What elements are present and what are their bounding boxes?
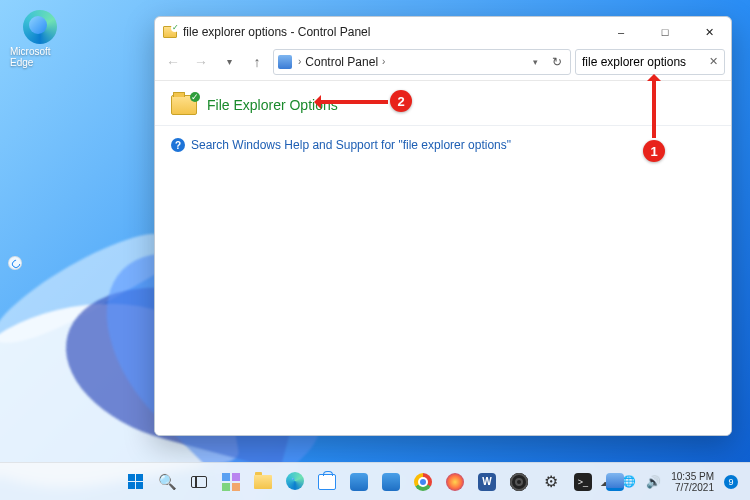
taskbar-app-photos[interactable] [377, 468, 405, 496]
task-view-icon [191, 476, 207, 488]
clear-search-icon[interactable]: ✕ [707, 53, 720, 70]
annotation-arrow-2 [316, 100, 388, 104]
edge-taskbar-button[interactable] [281, 468, 309, 496]
store-button[interactable] [313, 468, 341, 496]
nav-forward-button[interactable]: → [189, 50, 213, 74]
help-row: ? Search Windows Help and Support for "f… [171, 138, 715, 152]
maximize-button[interactable]: □ [643, 17, 687, 47]
search-button[interactable]: 🔍 [153, 468, 181, 496]
folder-icon [254, 475, 272, 489]
desktop-icon-edge[interactable]: Microsoft Edge [10, 10, 70, 68]
word-icon: W [478, 473, 496, 491]
control-panel-icon [163, 26, 177, 38]
chevron-right-icon[interactable]: › [380, 56, 387, 67]
file-explorer-button[interactable] [249, 468, 277, 496]
annotation-callout-2: 2 [390, 90, 412, 112]
clock-time: 10:35 PM [671, 471, 714, 482]
search-input[interactable] [580, 54, 707, 70]
nav-up-button[interactable]: ↑ [245, 50, 269, 74]
gear-icon: ⚙ [544, 472, 558, 491]
folder-options-icon [171, 95, 197, 115]
minimize-button[interactable]: – [599, 17, 643, 47]
photos-icon [382, 473, 400, 491]
taskbar-app-terminal[interactable]: >_ [569, 468, 597, 496]
widgets-icon [222, 473, 240, 491]
window-title: file explorer options - Control Panel [183, 25, 370, 39]
breadcrumb-root[interactable]: Control Panel [305, 55, 378, 69]
taskbar-clock[interactable]: 10:35 PM 7/7/2021 [671, 471, 714, 493]
taskbar-app-word[interactable]: W [473, 468, 501, 496]
windows-logo-icon [128, 474, 143, 489]
close-button[interactable]: ✕ [687, 17, 731, 47]
content-pane: File Explorer Options ? Search Windows H… [155, 81, 731, 435]
edge-icon [286, 472, 304, 490]
search-icon: 🔍 [158, 473, 177, 491]
edge-icon [23, 10, 57, 44]
annotation-arrow-1 [652, 76, 656, 138]
nav-back-button[interactable]: ← [161, 50, 185, 74]
desktop-icon-recycle-bin[interactable] [8, 256, 22, 270]
divider [155, 125, 731, 126]
widgets-button[interactable] [217, 468, 245, 496]
desktop-icon-label: Microsoft Edge [10, 46, 70, 68]
search-result-row: File Explorer Options [171, 95, 715, 115]
taskbar-app-browser[interactable] [441, 468, 469, 496]
chevron-right-icon[interactable]: › [296, 56, 303, 67]
refresh-button[interactable]: ↻ [548, 53, 566, 71]
taskbar-app-chrome[interactable] [409, 468, 437, 496]
notification-center-button[interactable]: 9 [724, 475, 738, 489]
chrome-icon [414, 473, 432, 491]
address-dropdown-icon[interactable]: ▾ [529, 55, 542, 69]
taskbar-app-obs[interactable] [505, 468, 533, 496]
nav-recent-dropdown[interactable]: ▾ [217, 50, 241, 74]
taskbar-center: 🔍 [121, 468, 629, 496]
notif-count: 9 [728, 477, 733, 487]
taskbar: 🔍 [0, 462, 750, 500]
mail-icon [350, 473, 368, 491]
taskbar-app-settings[interactable]: ⚙ [537, 468, 565, 496]
control-panel-window: file explorer options - Control Panel – … [154, 16, 732, 436]
firefox-icon [446, 473, 464, 491]
volume-icon[interactable]: 🔊 [646, 475, 661, 489]
store-icon [318, 474, 336, 490]
search-help-link[interactable]: Search Windows Help and Support for "fil… [191, 138, 511, 152]
address-bar[interactable]: › Control Panel › ▾ ↻ [273, 49, 571, 75]
control-panel-breadcrumb-icon [278, 55, 292, 69]
taskbar-app-mail[interactable] [345, 468, 373, 496]
taskbar-app-control-panel[interactable] [601, 468, 629, 496]
clock-date: 7/7/2021 [671, 482, 714, 493]
titlebar[interactable]: file explorer options - Control Panel – … [155, 17, 731, 47]
obs-icon [510, 473, 528, 491]
task-view-button[interactable] [185, 468, 213, 496]
help-info-icon: ? [171, 138, 185, 152]
start-button[interactable] [121, 468, 149, 496]
nav-toolbar: ← → ▾ ↑ › Control Panel › ▾ ↻ ✕ [155, 47, 731, 81]
terminal-icon: >_ [574, 473, 592, 491]
control-panel-icon [606, 473, 624, 491]
annotation-callout-1: 1 [643, 140, 665, 162]
